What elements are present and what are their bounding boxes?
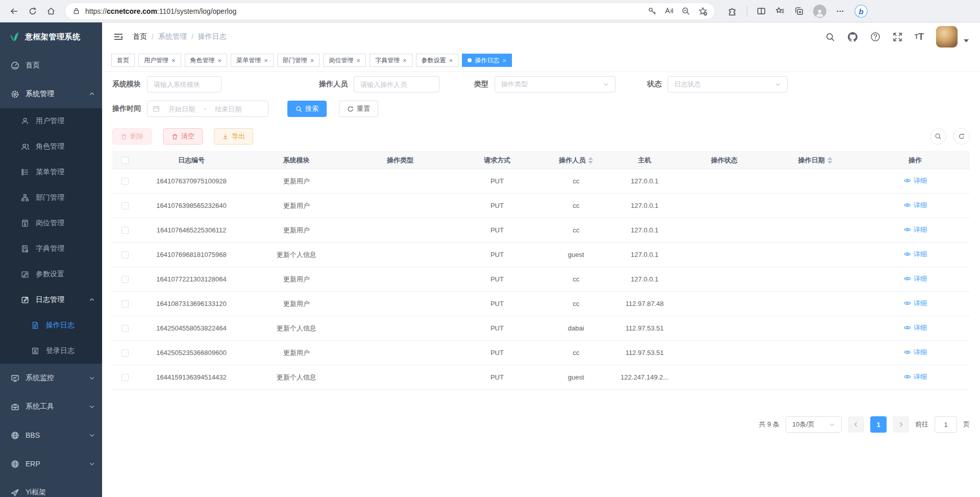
- user-avatar[interactable]: [936, 26, 958, 48]
- font-size-icon[interactable]: TT: [915, 32, 924, 42]
- tab-close-icon[interactable]: ×: [264, 57, 268, 64]
- tab-home[interactable]: 首页: [111, 54, 135, 67]
- row-checkbox[interactable]: [121, 227, 129, 234]
- detail-link[interactable]: 详细: [903, 201, 927, 210]
- detail-link[interactable]: 详细: [903, 299, 927, 308]
- header-search-icon[interactable]: [825, 32, 835, 42]
- row-checkbox[interactable]: [121, 251, 129, 258]
- browser-more-icon[interactable]: [836, 7, 845, 16]
- search-button[interactable]: 搜索: [287, 101, 327, 117]
- table-search-icon[interactable]: [930, 128, 946, 145]
- help-icon[interactable]: [870, 32, 880, 42]
- row-checkbox[interactable]: [121, 276, 129, 283]
- zoom-out-icon[interactable]: [681, 7, 690, 15]
- github-icon[interactable]: [847, 32, 858, 42]
- tab-menu-management[interactable]: 菜单管理×: [231, 54, 274, 67]
- column-header[interactable]: 操作人员: [542, 152, 610, 169]
- sidebar-item-home[interactable]: 首页: [0, 51, 102, 80]
- delete-button[interactable]: 删除: [112, 128, 152, 145]
- tab-dict-management[interactable]: 字典管理×: [370, 54, 412, 67]
- sidebar-item-system-monitor[interactable]: 系统监控: [0, 364, 102, 392]
- sidebar-item-system-tools[interactable]: 系统工具: [0, 392, 102, 421]
- column-header[interactable]: 操作日期: [770, 152, 861, 169]
- tab-close-icon[interactable]: ×: [310, 57, 314, 64]
- sidebar-item-yi-framework[interactable]: Yi框架: [0, 478, 102, 497]
- detail-link[interactable]: 详细: [903, 348, 927, 357]
- tab-close-icon[interactable]: ×: [172, 57, 176, 64]
- sidebar-item-param-settings[interactable]: 参数设置: [0, 262, 102, 287]
- avatar-caret-icon[interactable]: [964, 39, 969, 42]
- clear-button[interactable]: 清空: [163, 128, 203, 145]
- favorites-icon[interactable]: [775, 6, 785, 16]
- browser-refresh-icon[interactable]: [23, 2, 42, 20]
- status-select[interactable]: 日志状态: [668, 76, 788, 92]
- tab-close-icon[interactable]: ×: [356, 57, 360, 64]
- sort-caret-icon[interactable]: [827, 157, 832, 164]
- sidebar-item-post-management[interactable]: 岗位管理: [0, 210, 102, 236]
- copilot-icon[interactable]: b: [854, 4, 868, 18]
- row-checkbox[interactable]: [121, 349, 129, 357]
- row-checkbox[interactable]: [121, 374, 129, 381]
- tab-close-icon[interactable]: ×: [449, 57, 453, 64]
- browser-back-icon[interactable]: [5, 2, 23, 20]
- export-button[interactable]: 导出: [214, 128, 253, 145]
- page-number-button[interactable]: 1: [870, 416, 887, 433]
- tab-dept-management[interactable]: 部门管理×: [277, 54, 320, 67]
- sidebar-item-role-management[interactable]: 角色管理: [0, 134, 102, 159]
- sidebar-item-menu-management[interactable]: 菜单管理: [0, 159, 102, 185]
- detail-link[interactable]: 详细: [903, 372, 927, 382]
- prev-page-button[interactable]: [848, 416, 864, 433]
- fullscreen-icon[interactable]: [893, 32, 902, 42]
- read-aloud-icon[interactable]: [665, 7, 673, 15]
- sidebar-item-system-management[interactable]: 系统管理: [0, 80, 102, 108]
- row-checkbox[interactable]: [121, 178, 129, 185]
- detail-link[interactable]: 详细: [903, 274, 927, 283]
- page-size-select[interactable]: 10条/页: [786, 416, 842, 433]
- tab-post-management[interactable]: 岗位管理×: [323, 54, 366, 67]
- goto-page-input[interactable]: [935, 416, 957, 433]
- date-end-input[interactable]: [209, 105, 247, 113]
- detail-link[interactable]: 详细: [903, 323, 927, 333]
- sidebar-item-log-management[interactable]: 日志管理: [0, 287, 102, 313]
- sort-caret-icon[interactable]: [588, 157, 593, 164]
- sidebar-item-dict-management[interactable]: 字典管理: [0, 236, 102, 262]
- collections-icon[interactable]: [794, 6, 804, 16]
- sidebar-item-login-log[interactable]: 登录日志: [0, 338, 102, 364]
- sidebar-collapse-icon[interactable]: [113, 32, 124, 42]
- table-refresh-icon[interactable]: [953, 128, 970, 145]
- tab-user-management[interactable]: 用户管理×: [138, 54, 181, 67]
- browser-profile-icon[interactable]: [813, 5, 826, 18]
- reset-button[interactable]: 重置: [339, 101, 378, 117]
- detail-link[interactable]: 详细: [903, 250, 927, 259]
- breadcrumb-home[interactable]: 首页: [133, 32, 147, 41]
- tab-param-settings[interactable]: 参数设置×: [416, 54, 459, 67]
- tab-role-management[interactable]: 角色管理×: [185, 54, 228, 67]
- extensions-icon[interactable]: [728, 6, 738, 16]
- row-checkbox[interactable]: [121, 300, 129, 307]
- operator-input[interactable]: [354, 76, 439, 92]
- address-bar[interactable]: https://ccnetcore.com:1101/system/log/op…: [65, 3, 715, 19]
- sidebar-item-user-management[interactable]: 用户管理: [0, 108, 102, 134]
- tab-close-icon[interactable]: ×: [403, 57, 407, 64]
- browser-home-icon[interactable]: [42, 2, 60, 20]
- tab-close-icon[interactable]: ×: [502, 57, 506, 64]
- sidebar-item-operation-log[interactable]: 操作日志: [0, 313, 102, 338]
- type-select[interactable]: 操作类型: [495, 76, 616, 92]
- sidebar-item-erp[interactable]: ERP: [0, 449, 102, 478]
- password-key-icon[interactable]: [648, 7, 656, 15]
- sidebar-item-dept-management[interactable]: 部门管理: [0, 185, 102, 210]
- row-checkbox[interactable]: [121, 202, 129, 209]
- tab-close-icon[interactable]: ×: [218, 57, 222, 64]
- date-range-picker[interactable]: -: [147, 101, 268, 117]
- tab-operation-log[interactable]: 操作日志×: [462, 54, 512, 67]
- split-screen-icon[interactable]: [756, 6, 766, 16]
- select-all-checkbox[interactable]: [121, 157, 129, 164]
- module-input[interactable]: [147, 76, 222, 92]
- detail-link[interactable]: 详细: [903, 176, 927, 185]
- date-start-input[interactable]: [163, 105, 201, 113]
- breadcrumb-system[interactable]: 系统管理: [158, 32, 187, 41]
- detail-link[interactable]: 详细: [903, 225, 927, 234]
- sidebar-item-bbs[interactable]: BBS: [0, 421, 102, 449]
- next-page-button[interactable]: [893, 416, 909, 433]
- add-favorite-icon[interactable]: [698, 7, 707, 16]
